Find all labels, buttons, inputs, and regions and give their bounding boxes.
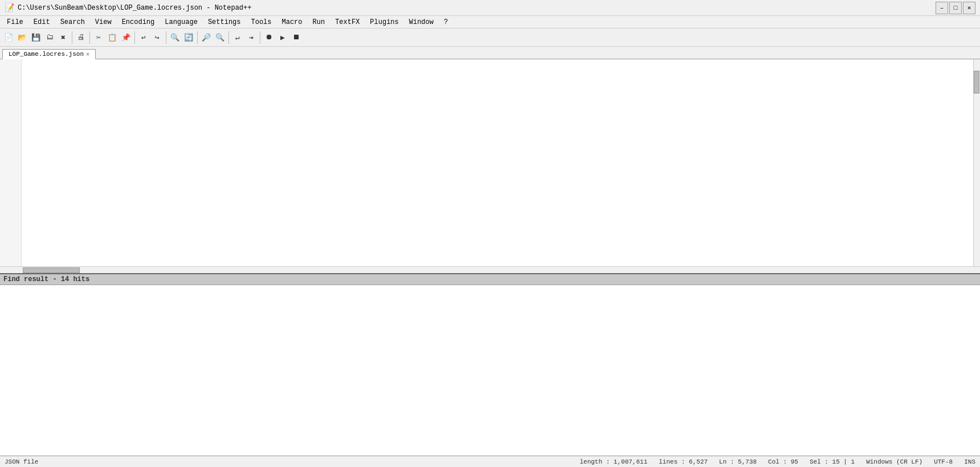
- tab-bar: LOP_Game.locres.json ✕: [0, 47, 980, 59]
- menu-file[interactable]: File: [2, 17, 28, 27]
- save-button[interactable]: 💾: [30, 31, 42, 44]
- menu-window[interactable]: Window: [405, 17, 438, 27]
- status-col: Col : 95: [768, 458, 798, 465]
- status-ln: Ln : 5,738: [719, 458, 757, 465]
- menu-run[interactable]: Run: [308, 17, 330, 27]
- indent-button[interactable]: ⇥: [245, 31, 258, 44]
- close-button[interactable]: ✖: [57, 31, 70, 44]
- status-left: JSON file: [5, 458, 38, 465]
- maximize-button[interactable]: □: [949, 2, 962, 14]
- title-bar-left: 📝 C:\Users\SunBeam\Desktop\LOP_Game.locr…: [5, 3, 251, 13]
- scrollbar-thumb[interactable]: [974, 71, 979, 94]
- window-title: C:\Users\SunBeam\Desktop\LOP_Game.locres…: [18, 4, 251, 12]
- status-length: length : 1,007,611: [579, 458, 647, 465]
- app-icon: 📝: [5, 3, 14, 13]
- tab-label: LOP_Game.locres.json: [9, 51, 84, 58]
- save-all-button[interactable]: 🗂: [43, 31, 56, 44]
- code-content[interactable]: [22, 59, 973, 266]
- paste-button[interactable]: 📌: [120, 31, 132, 44]
- close-button[interactable]: ✕: [963, 2, 975, 14]
- horizontal-scrollbar[interactable]: [0, 266, 980, 273]
- status-bar: JSON file length : 1,007,611 lines : 6,5…: [0, 456, 980, 467]
- menu-macro[interactable]: Macro: [277, 17, 307, 27]
- play-button[interactable]: ▶: [276, 31, 289, 44]
- h-scroll-thumb[interactable]: [23, 267, 80, 273]
- editor-area: [0, 59, 980, 273]
- zoom-out-button[interactable]: 🔍: [214, 31, 226, 44]
- find-button[interactable]: 🔍: [169, 31, 181, 44]
- menu-edit[interactable]: Edit: [29, 17, 55, 27]
- menu-bar: File Edit Search View Encoding Language …: [0, 16, 980, 29]
- find-panel: Find result - 14 hits: [0, 273, 980, 456]
- cut-button[interactable]: ✂: [92, 31, 105, 44]
- new-button[interactable]: 📄: [2, 31, 15, 44]
- menu-help[interactable]: ?: [439, 17, 452, 27]
- separator-3: [134, 31, 135, 44]
- stop-button[interactable]: ⏹: [290, 31, 303, 44]
- tab-lop-game[interactable]: LOP_Game.locres.json ✕: [2, 49, 96, 59]
- find-results[interactable]: [0, 285, 980, 456]
- separator-6: [228, 31, 229, 44]
- line-numbers: [0, 59, 22, 266]
- separator-2: [89, 31, 90, 44]
- separator-7: [260, 31, 260, 44]
- wrap-button[interactable]: ↵: [231, 31, 244, 44]
- record-button[interactable]: ⏺: [263, 31, 275, 44]
- file-type: JSON file: [5, 458, 38, 465]
- separator-4: [166, 31, 166, 44]
- menu-language[interactable]: Language: [160, 17, 202, 27]
- menu-textfx[interactable]: TextFX: [330, 17, 364, 27]
- zoom-in-button[interactable]: 🔎: [200, 31, 213, 44]
- code-view[interactable]: [0, 59, 980, 266]
- menu-plugins[interactable]: Plugins: [365, 17, 403, 27]
- minimize-button[interactable]: –: [936, 2, 948, 14]
- vertical-scrollbar[interactable]: [973, 59, 980, 266]
- copy-button[interactable]: 📋: [106, 31, 119, 44]
- menu-encoding[interactable]: Encoding: [117, 17, 160, 27]
- status-right: length : 1,007,611 lines : 6,527 Ln : 5,…: [579, 458, 975, 465]
- toolbar: 📄 📂 💾 🗂 ✖ 🖨 ✂ 📋 📌 ↩ ↪ 🔍 🔄 🔎 🔍 ↵ ⇥ ⏺ ▶ ⏹: [0, 29, 980, 47]
- status-charset: UTF-8: [934, 458, 953, 465]
- find-panel-header: Find result - 14 hits: [0, 274, 980, 285]
- separator-1: [72, 31, 72, 44]
- replace-button[interactable]: 🔄: [182, 31, 195, 44]
- menu-view[interactable]: View: [91, 17, 116, 27]
- status-lines: lines : 6,527: [659, 458, 708, 465]
- menu-search[interactable]: Search: [56, 17, 89, 27]
- status-insert-mode: INS: [964, 458, 975, 465]
- title-bar: 📝 C:\Users\SunBeam\Desktop\LOP_Game.locr…: [0, 0, 980, 16]
- separator-5: [197, 31, 198, 44]
- open-button[interactable]: 📂: [16, 31, 28, 44]
- status-encoding: Windows (CR LF): [866, 458, 922, 465]
- redo-button[interactable]: ↪: [151, 31, 164, 44]
- menu-settings[interactable]: Settings: [203, 17, 246, 27]
- tab-close-icon[interactable]: ✕: [86, 51, 89, 58]
- status-sel: Sel : 15 | 1: [810, 458, 855, 465]
- title-bar-controls: – □ ✕: [936, 2, 975, 14]
- menu-tools[interactable]: Tools: [246, 17, 276, 27]
- print-button[interactable]: 🖨: [75, 31, 87, 44]
- undo-button[interactable]: ↩: [137, 31, 150, 44]
